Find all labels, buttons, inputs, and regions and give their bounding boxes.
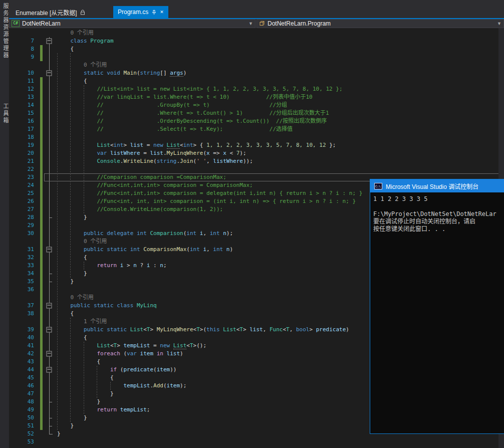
code-text[interactable]: // .OrderByDescending(t => t.Count()) //… xyxy=(54,117,504,125)
code-line-15[interactable]: 15 // .Where(t => t.Count() > 1) //分组后出现… xyxy=(9,109,504,117)
code-text[interactable]: 0 个引用 xyxy=(54,29,504,37)
line-number[interactable]: 21 xyxy=(9,157,40,165)
code-line-9[interactable]: 9 xyxy=(9,53,504,61)
code-text[interactable] xyxy=(54,165,504,173)
code-line-53[interactable]: 53 xyxy=(9,438,504,446)
code-text[interactable]: List<int> list = new List<int> { 1, 1, 2… xyxy=(54,141,504,149)
line-number[interactable]: 25 xyxy=(9,189,40,197)
code-text[interactable]: //var linqList = list.Where(t => t < 10)… xyxy=(54,93,504,101)
code-line-13[interactable]: 13 //var linqList = list.Where(t => t < … xyxy=(9,93,504,101)
line-number[interactable]: 9 xyxy=(9,53,40,61)
line-number[interactable]: 36 xyxy=(9,286,40,294)
collapse-icon[interactable] xyxy=(47,247,52,253)
line-number[interactable]: 22 xyxy=(9,165,40,173)
code-line-20[interactable]: 20 var listWhere = list.MyLinqWhere(x =>… xyxy=(9,149,504,157)
line-number[interactable]: 49 xyxy=(9,406,40,414)
code-line-11[interactable]: 11 { xyxy=(9,77,504,85)
codelens-line[interactable]: 0 个引用 xyxy=(9,29,504,37)
code-text[interactable] xyxy=(54,133,504,141)
console-titlebar[interactable]: C:\ Microsoft Visual Studio 调试控制台 xyxy=(370,179,504,192)
collapse-icon[interactable] xyxy=(47,39,52,44)
line-number[interactable]: 47 xyxy=(9,390,40,398)
line-number[interactable]: 31 xyxy=(9,246,40,254)
code-text[interactable]: { xyxy=(54,77,504,85)
line-number[interactable]: 40 xyxy=(9,334,40,342)
sidebar-tab-server-explorer[interactable]: 服务器资源管理器 xyxy=(2,3,10,59)
code-line-21[interactable]: 21 Console.WriteLine(string.Join(' ', li… xyxy=(9,157,504,165)
line-number[interactable] xyxy=(9,318,40,326)
code-text[interactable]: // .Where(t => t.Count() > 1) //分组后出现次数大… xyxy=(54,109,504,117)
collapse-icon[interactable] xyxy=(47,303,52,309)
codelens-line[interactable]: 0 个引用 xyxy=(9,61,504,69)
code-text[interactable]: static void Main(string[] args) xyxy=(54,69,504,77)
line-number[interactable]: 16 xyxy=(9,117,40,125)
line-number[interactable]: 46 xyxy=(9,382,40,390)
line-number[interactable]: 33 xyxy=(9,262,40,270)
line-number[interactable]: 50 xyxy=(9,414,40,422)
tab-enumerable[interactable]: Enumerable [从元数据] xyxy=(11,6,106,18)
line-number[interactable]: 43 xyxy=(9,358,40,366)
code-line-12[interactable]: 12 //List<int> list = new List<int> { 1,… xyxy=(9,85,504,93)
code-line-19[interactable]: 19 List<int> list = new List<int> { 1, 1… xyxy=(9,141,504,149)
line-number[interactable]: 41 xyxy=(9,342,40,350)
line-number[interactable]: 8 xyxy=(9,45,40,53)
code-text[interactable]: class Program xyxy=(54,37,504,45)
line-number[interactable]: 53 xyxy=(9,438,40,446)
line-number[interactable]: 42 xyxy=(9,350,40,358)
line-number[interactable]: 15 xyxy=(9,109,40,117)
line-number[interactable]: 48 xyxy=(9,398,40,406)
line-number[interactable] xyxy=(9,61,40,69)
line-number[interactable]: 10 xyxy=(9,69,40,77)
line-number[interactable]: 34 xyxy=(9,270,40,278)
line-number[interactable]: 17 xyxy=(9,125,40,133)
line-number[interactable]: 20 xyxy=(9,149,40,157)
code-line-17[interactable]: 17 // .Select(t => t.Key); //选择值 xyxy=(9,125,504,133)
line-number[interactable]: 18 xyxy=(9,133,40,141)
line-number[interactable]: 39 xyxy=(9,326,40,334)
line-number[interactable]: 52 xyxy=(9,430,40,438)
line-number[interactable]: 24 xyxy=(9,181,40,189)
line-number[interactable]: 19 xyxy=(9,141,40,149)
pin-icon[interactable] xyxy=(151,10,157,15)
tab-program[interactable]: Program.cs ✕ xyxy=(113,6,168,18)
code-line-14[interactable]: 14 // .GroupBy(t => t) //分组 xyxy=(9,101,504,109)
code-text[interactable] xyxy=(54,438,504,446)
line-number[interactable] xyxy=(9,294,40,302)
line-number[interactable]: 27 xyxy=(9,205,40,213)
line-number[interactable] xyxy=(9,29,40,37)
line-number[interactable]: 28 xyxy=(9,213,40,221)
line-number[interactable]: 7 xyxy=(9,37,40,45)
line-number[interactable] xyxy=(9,238,40,246)
code-line-18[interactable]: 18 xyxy=(9,133,504,141)
close-icon[interactable]: ✕ xyxy=(160,10,164,15)
collapse-icon[interactable] xyxy=(47,351,52,357)
line-number[interactable]: 29 xyxy=(9,221,40,230)
line-number[interactable]: 23 xyxy=(9,173,40,181)
line-number[interactable]: 44 xyxy=(9,366,40,374)
line-number[interactable]: 51 xyxy=(9,422,40,430)
code-text[interactable]: { xyxy=(54,45,504,53)
code-line-7[interactable]: 7 class Program xyxy=(9,37,504,45)
collapse-icon[interactable] xyxy=(47,367,52,373)
line-number[interactable]: 45 xyxy=(9,374,40,382)
code-text[interactable]: Console.WriteLine(string.Join(' ', listW… xyxy=(54,157,504,165)
line-number[interactable]: 35 xyxy=(9,278,40,286)
code-text[interactable]: // .GroupBy(t => t) //分组 xyxy=(54,101,504,109)
code-line-10[interactable]: 10 static void Main(string[] args) xyxy=(9,69,504,77)
code-text[interactable] xyxy=(54,53,504,61)
type-dropdown[interactable]: DotNetReLarn.Program ▼ xyxy=(257,19,504,28)
code-line-16[interactable]: 16 // .OrderByDescending(t => t.Count())… xyxy=(9,117,504,125)
code-line-22[interactable]: 22 xyxy=(9,165,504,173)
line-number[interactable]: 32 xyxy=(9,254,40,262)
collapse-icon[interactable] xyxy=(47,327,52,333)
line-number[interactable]: 13 xyxy=(9,93,40,101)
line-number[interactable]: 14 xyxy=(9,101,40,109)
line-number[interactable]: 26 xyxy=(9,197,40,205)
code-line-8[interactable]: 8 { xyxy=(9,45,504,53)
line-number[interactable]: 37 xyxy=(9,302,40,310)
line-number[interactable]: 11 xyxy=(9,77,40,85)
code-text[interactable]: // .Select(t => t.Key); //选择值 xyxy=(54,125,504,133)
code-text[interactable]: 0 个引用 xyxy=(54,61,504,69)
sidebar-tab-toolbox[interactable]: 工具箱 xyxy=(2,103,10,124)
line-number[interactable]: 12 xyxy=(9,85,40,93)
